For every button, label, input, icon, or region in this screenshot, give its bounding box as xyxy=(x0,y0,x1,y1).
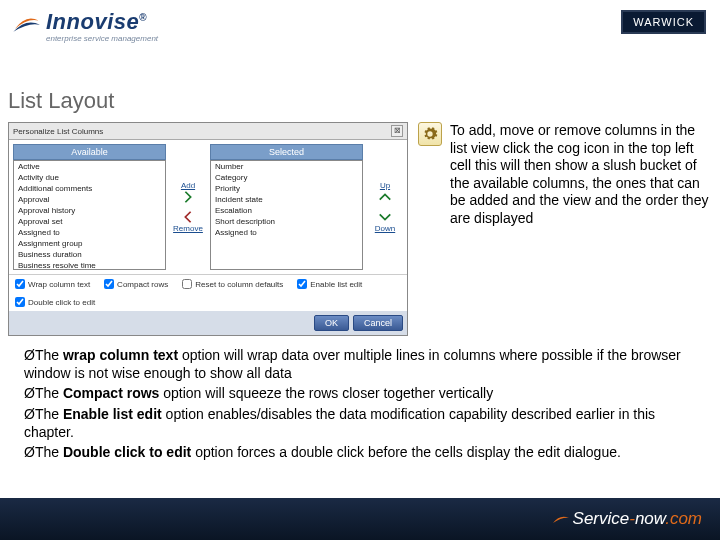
side-panel: To add, move or remove columns in the li… xyxy=(418,122,712,336)
list-item[interactable]: Assigned to xyxy=(211,227,362,238)
list-item[interactable]: Number xyxy=(211,161,362,172)
dialog-options: Wrap column text Compact rows Reset to c… xyxy=(9,274,407,311)
bullet-list: ØThe wrap column text option will wrap d… xyxy=(0,336,720,473)
enable-list-edit-checkbox[interactable]: Enable list edit xyxy=(297,279,362,289)
slide-footer: Service-now.com xyxy=(0,498,720,540)
cancel-button[interactable]: Cancel xyxy=(353,315,403,331)
list-item[interactable]: Active xyxy=(14,161,165,172)
dialog-title-text: Personalize List Columns xyxy=(13,127,103,136)
compact-rows-checkbox[interactable]: Compact rows xyxy=(104,279,168,289)
bullet-4: ØThe Double click to edit option forces … xyxy=(24,443,696,461)
brand-logo: Innovise® xyxy=(12,8,708,36)
side-description: To add, move or remove columns in the li… xyxy=(450,122,712,227)
add-button[interactable]: Add xyxy=(170,181,206,204)
bullet-3: ØThe Enable list edit option enables/dis… xyxy=(24,405,696,441)
bullet-2: ØThe Compact rows option will squeeze th… xyxy=(24,384,696,402)
list-item[interactable]: Assignment group xyxy=(14,238,165,249)
bullet-1: ØThe wrap column text option will wrap d… xyxy=(24,346,696,382)
warwick-badge: WARWICK xyxy=(621,10,706,34)
list-item[interactable]: Business resolve time xyxy=(14,260,165,270)
list-item[interactable]: Escalation xyxy=(211,205,362,216)
brand-name: Innovise® xyxy=(46,9,147,35)
selected-listbox[interactable]: NumberCategoryPriorityIncident stateEsca… xyxy=(210,160,363,270)
chevron-down-icon xyxy=(378,210,392,224)
swoosh-icon xyxy=(551,509,571,529)
chevron-left-icon xyxy=(181,210,195,224)
list-item[interactable]: Activity due xyxy=(14,172,165,183)
wrap-column-checkbox[interactable]: Wrap column text xyxy=(15,279,90,289)
available-header: Available xyxy=(13,144,166,160)
list-item[interactable]: Business duration xyxy=(14,249,165,260)
list-item[interactable]: Approval set xyxy=(14,216,165,227)
chevron-right-icon xyxy=(181,190,195,204)
slide-header: Innovise® enterprise service management … xyxy=(0,0,720,60)
tagline: enterprise service management xyxy=(46,34,708,43)
double-click-edit-checkbox[interactable]: Double click to edit xyxy=(15,297,95,307)
servicenow-logo: Service-now.com xyxy=(573,509,702,529)
up-button[interactable]: Up xyxy=(367,181,403,204)
dialog-footer: OK Cancel xyxy=(9,311,407,335)
list-item[interactable]: Priority xyxy=(211,183,362,194)
dialog-titlebar: Personalize List Columns ⊠ xyxy=(9,123,407,140)
list-item[interactable]: Additional comments xyxy=(14,183,165,194)
gear-icon xyxy=(418,122,442,146)
chevron-up-icon xyxy=(378,190,392,204)
list-item[interactable]: Category xyxy=(211,172,362,183)
available-listbox[interactable]: ActiveActivity dueAdditional commentsApp… xyxy=(13,160,166,270)
list-item[interactable]: Assigned to xyxy=(14,227,165,238)
reset-defaults-checkbox[interactable]: Reset to column defaults xyxy=(182,279,283,289)
swoosh-icon xyxy=(12,8,40,36)
list-item[interactable]: Incident state xyxy=(211,194,362,205)
page-title: List Layout xyxy=(0,60,720,122)
down-button[interactable]: Down xyxy=(367,210,403,233)
list-item[interactable]: Approval xyxy=(14,194,165,205)
close-icon[interactable]: ⊠ xyxy=(391,125,403,137)
list-item[interactable]: Approval history xyxy=(14,205,165,216)
remove-button[interactable]: Remove xyxy=(170,210,206,233)
ok-button[interactable]: OK xyxy=(314,315,349,331)
personalize-dialog: Personalize List Columns ⊠ Available Act… xyxy=(8,122,408,336)
selected-header: Selected xyxy=(210,144,363,160)
list-item[interactable]: Short description xyxy=(211,216,362,227)
